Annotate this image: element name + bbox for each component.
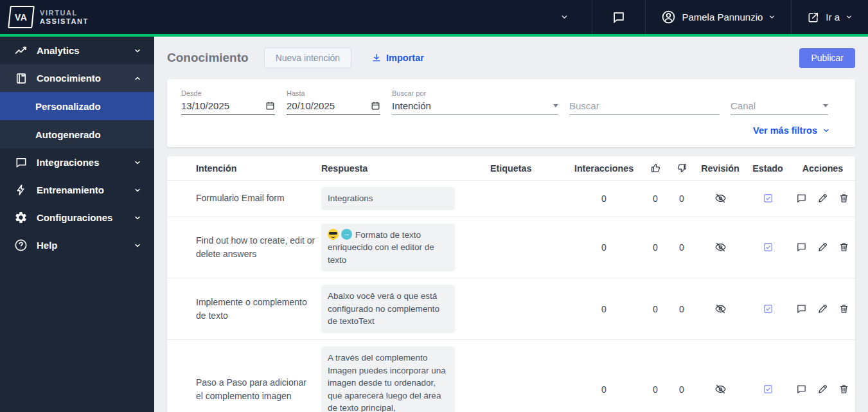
sidebar-item-entrenamiento[interactable]: Entrenamiento bbox=[0, 176, 154, 204]
delete-action-icon[interactable] bbox=[838, 193, 849, 204]
sidebar-item-autogenerado[interactable]: Autogenerado bbox=[0, 120, 154, 148]
col-status: Estado bbox=[745, 163, 790, 174]
eye-off-icon[interactable] bbox=[714, 383, 727, 395]
messages-button[interactable] bbox=[592, 0, 645, 34]
sidebar-item-label: Personalizado bbox=[35, 101, 101, 112]
sidebar-item-label: Entrenamiento bbox=[37, 184, 104, 195]
top-bar: VA VIRTUAL ASSISTANT Pamela Pannunzio Ir… bbox=[0, 0, 868, 34]
delete-action-icon[interactable] bbox=[838, 242, 849, 253]
table-row[interactable]: Implemente o complemento de texto Abaixo… bbox=[167, 278, 855, 339]
logo-text: VIRTUAL ASSISTANT bbox=[40, 9, 89, 25]
chat-bubble-icon bbox=[612, 10, 626, 24]
external-link-icon bbox=[807, 11, 820, 24]
intent-text: Paso a Paso para adicionar el complement… bbox=[196, 376, 315, 403]
search-input[interactable] bbox=[569, 100, 720, 111]
date-to-value: 20/10/2025 bbox=[287, 100, 335, 111]
date-to-field[interactable]: Hasta 20/10/2025 bbox=[287, 89, 380, 115]
more-filters-link[interactable]: Ver más filtros bbox=[181, 115, 830, 143]
likes-count: 0 bbox=[642, 242, 668, 253]
user-name: Pamela Pannunzio bbox=[682, 12, 763, 22]
table-row[interactable]: Formulario Email form Integrations 0 0 0 bbox=[167, 181, 855, 217]
download-icon bbox=[371, 53, 382, 63]
sidebar-item-analytics[interactable]: Analytics bbox=[0, 37, 154, 64]
sidebar: Analytics Conocimiento Personalizado Aut… bbox=[0, 37, 154, 412]
sidebar-item-configuraciones[interactable]: Configuraciones bbox=[0, 204, 154, 231]
eye-off-icon[interactable] bbox=[714, 192, 727, 204]
accent-divider bbox=[0, 34, 868, 37]
table-row[interactable]: Find out how to create, edit or delete a… bbox=[167, 217, 855, 278]
calendar-icon[interactable] bbox=[371, 101, 380, 111]
chevron-down-icon bbox=[822, 127, 830, 134]
edit-action-icon[interactable] bbox=[817, 193, 828, 204]
status-checkbox-icon[interactable] bbox=[763, 384, 774, 395]
chevron-down-icon bbox=[134, 186, 141, 194]
likes-count: 0 bbox=[642, 193, 668, 204]
env-dropdown[interactable] bbox=[537, 0, 592, 34]
go-to-label: Ir a bbox=[826, 12, 840, 22]
chip-icons: → bbox=[328, 229, 352, 240]
chevron-down-icon bbox=[134, 47, 141, 55]
response-chip: Integrations bbox=[321, 187, 455, 210]
table-row[interactable]: Paso a Paso para adicionar el complement… bbox=[167, 340, 855, 412]
chevron-down-icon bbox=[134, 159, 141, 166]
col-likes bbox=[642, 162, 668, 174]
col-dislikes bbox=[668, 162, 695, 174]
lightning-icon bbox=[14, 183, 28, 197]
col-actions: Acciones bbox=[790, 163, 855, 174]
intent-text: Find out how to create, edit or delete a… bbox=[196, 234, 315, 261]
status-checkbox-icon[interactable] bbox=[763, 242, 774, 253]
sidebar-item-conocimiento[interactable]: Conocimiento bbox=[0, 64, 154, 92]
chevron-down-icon bbox=[560, 13, 569, 21]
channel-select[interactable] bbox=[731, 89, 828, 115]
publish-button[interactable]: Publicar bbox=[799, 48, 855, 68]
dislikes-count: 0 bbox=[668, 304, 695, 314]
search-field[interactable] bbox=[569, 89, 720, 115]
comment-action-icon[interactable] bbox=[796, 303, 807, 314]
edit-action-icon[interactable] bbox=[817, 384, 828, 395]
comment-action-icon[interactable] bbox=[796, 242, 807, 253]
search-by-select[interactable]: Buscar por Intención bbox=[392, 89, 558, 115]
sidebar-item-personalizado[interactable]: Personalizado bbox=[0, 92, 154, 120]
sidebar-item-label: Configuraciones bbox=[37, 212, 112, 223]
chevron-down-icon bbox=[134, 214, 141, 222]
likes-count: 0 bbox=[642, 304, 668, 314]
status-checkbox-icon[interactable] bbox=[763, 303, 774, 314]
field-label: Hasta bbox=[287, 89, 380, 97]
sidebar-item-label: Conocimiento bbox=[37, 73, 101, 84]
comment-action-icon[interactable] bbox=[796, 384, 807, 395]
calendar-icon[interactable] bbox=[265, 101, 275, 111]
edit-action-icon[interactable] bbox=[817, 303, 828, 314]
go-to-menu[interactable]: Ir a bbox=[792, 0, 868, 34]
col-intent: Intención bbox=[167, 163, 321, 174]
field-label bbox=[569, 89, 720, 97]
col-tags: Etiquetas bbox=[482, 163, 565, 174]
filters-panel: Desde 13/10/2025 Hasta 20/10/2025 Buscar… bbox=[167, 79, 855, 147]
date-from-field[interactable]: Desde 13/10/2025 bbox=[181, 89, 275, 115]
status-checkbox-icon[interactable] bbox=[763, 193, 774, 204]
dislikes-count: 0 bbox=[668, 242, 695, 253]
main-content: Conocimiento Nueva intención Importar Pu… bbox=[154, 37, 868, 412]
line-chart-icon bbox=[14, 44, 28, 57]
field-label: Buscar por bbox=[392, 89, 558, 97]
eye-off-icon[interactable] bbox=[714, 303, 727, 315]
sidebar-item-integraciones[interactable]: Integraciones bbox=[0, 148, 154, 176]
interactions-count: 0 bbox=[565, 304, 642, 314]
dislikes-count: 0 bbox=[668, 384, 695, 395]
thumbs-down-icon bbox=[676, 162, 688, 174]
import-button[interactable]: Importar bbox=[371, 53, 424, 63]
response-text: Abaixo você verá o que está configurado … bbox=[328, 291, 439, 326]
search-by-value: Intención bbox=[392, 100, 431, 111]
new-intent-button[interactable]: Nueva intención bbox=[264, 48, 351, 68]
edit-action-icon[interactable] bbox=[817, 242, 828, 253]
sunglasses-emoji-icon bbox=[328, 229, 339, 240]
sidebar-item-help[interactable]: Help bbox=[0, 231, 154, 259]
channel-input[interactable] bbox=[731, 100, 823, 111]
user-avatar-icon bbox=[661, 10, 676, 24]
user-menu[interactable]: Pamela Pannunzio bbox=[646, 0, 791, 34]
select-caret-icon bbox=[553, 104, 558, 107]
delete-action-icon[interactable] bbox=[838, 303, 849, 314]
eye-off-icon[interactable] bbox=[714, 241, 727, 253]
field-label bbox=[731, 89, 828, 97]
delete-action-icon[interactable] bbox=[838, 384, 849, 395]
comment-action-icon[interactable] bbox=[796, 193, 807, 204]
